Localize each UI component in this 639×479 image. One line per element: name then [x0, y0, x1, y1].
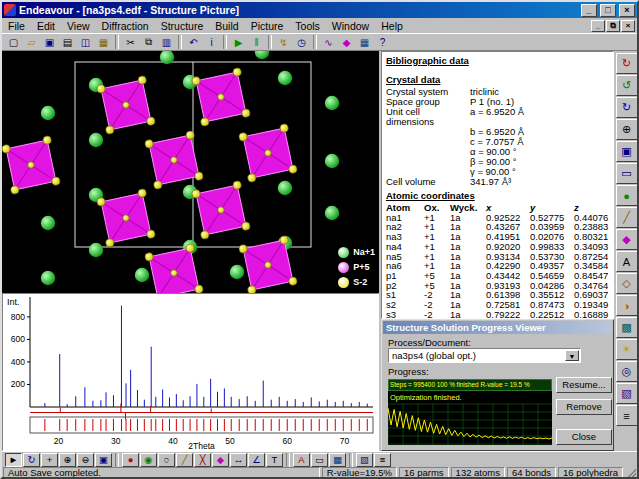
show-polyhedra-button[interactable]: ◆ — [616, 229, 638, 250]
resume-button[interactable]: Resume... — [556, 377, 612, 393]
diffraction-view-button[interactable]: ∿ — [320, 35, 337, 50]
window-title: Endeavour - [na3ps4.edf - Structure Pict… — [19, 4, 578, 16]
data-sheet-icon: ▦ — [360, 37, 369, 48]
menu-view[interactable]: View — [61, 19, 96, 33]
list-tool-button[interactable]: ≡ — [374, 453, 391, 467]
delete-bond-tool-button[interactable]: ╳ — [194, 453, 211, 467]
close-button[interactable]: × — [619, 4, 635, 17]
combo-dropdown-button[interactable]: ▼ — [565, 350, 579, 361]
status-fields: R-value=19.5%16 parms132 atoms64 bonds16… — [322, 467, 623, 479]
close-progress-button[interactable]: Close — [556, 429, 612, 445]
menu-build[interactable]: Build — [209, 19, 244, 33]
snapshot-button[interactable]: ▧ — [616, 383, 638, 404]
copy-picture-icon: ▦ — [99, 37, 108, 48]
zoom-out-tool-button[interactable]: ⊖ — [77, 453, 94, 467]
menu-edit[interactable]: Edit — [31, 19, 61, 33]
view-options-button[interactable]: ≡ — [616, 405, 638, 426]
select-tool-button[interactable]: ► — [5, 453, 22, 467]
menu-structure[interactable]: Structure — [155, 19, 210, 33]
label-tool-button[interactable]: A — [293, 453, 310, 467]
structure-picture-view[interactable]: Na+1P+5S-2 — [2, 51, 379, 293]
legend-item: P+5 — [338, 260, 375, 274]
atom-colors-button[interactable]: ◑ — [616, 295, 638, 316]
menu-file[interactable]: File — [2, 19, 31, 33]
menu-picture[interactable]: Picture — [245, 19, 290, 33]
text-tool-button[interactable]: T — [266, 453, 283, 467]
save-file-button[interactable]: ▣ — [41, 35, 58, 50]
distance-tool-button[interactable]: ↔ — [230, 453, 247, 467]
chevron-down-icon: ▼ — [569, 353, 576, 360]
stereo-view-button[interactable]: ◎ — [616, 361, 638, 382]
pause-solution-button[interactable]: ‖ — [248, 35, 265, 50]
mdi-minimize-button[interactable]: _ — [591, 20, 605, 32]
paste-button[interactable]: ▥ — [158, 35, 175, 50]
snapshot-tool-button[interactable]: ▧ — [356, 453, 373, 467]
delete-atom-tool-button[interactable]: ○ — [158, 453, 175, 467]
open-file-button[interactable]: ▱ — [23, 35, 40, 50]
delete-atom-tool-icon: ○ — [164, 454, 170, 465]
grid-tool-button[interactable]: ▦ — [329, 453, 346, 467]
print-preview-button[interactable]: ◫ — [77, 35, 94, 50]
process-combo[interactable]: na3ps4 (global opt.) ▼ — [388, 348, 581, 363]
cut-button[interactable]: ✂ — [122, 35, 139, 50]
edit-toolbar: ►↻+⊕⊖▣●◉○╱╳◆↔∠TA▭▦▧≡ — [2, 451, 637, 467]
pan-tool-button[interactable]: + — [41, 453, 58, 467]
fit-view-button[interactable]: ▣ — [616, 141, 638, 162]
optimize-icon: ↯ — [279, 37, 287, 48]
angle-tool-button[interactable]: ∠ — [248, 453, 265, 467]
rotate-y-button[interactable]: ↺ — [616, 75, 638, 96]
minimize-button[interactable]: _ — [581, 4, 597, 17]
status-field: 132 atoms — [451, 467, 505, 479]
structure-canvas[interactable] — [2, 51, 379, 293]
print-button[interactable]: ▤ — [59, 35, 76, 50]
new-file-button[interactable]: ▢ — [5, 35, 22, 50]
undo-button[interactable]: ↶ — [185, 35, 202, 50]
show-atoms-button[interactable]: ● — [616, 185, 638, 206]
menu-tools[interactable]: Tools — [289, 19, 326, 33]
show-bonds-icon: ╱ — [623, 211, 630, 224]
show-bonds-button[interactable]: ╱ — [616, 207, 638, 228]
show-cell-button[interactable]: ▭ — [616, 163, 638, 184]
menu-diffraction[interactable]: Diffraction — [96, 19, 155, 33]
rotate-tool-button[interactable]: ↻ — [23, 453, 40, 467]
ps4-polyhedron — [191, 180, 250, 239]
fit-view-tool-button[interactable]: ▣ — [95, 453, 112, 467]
stereo-view-icon: ◎ — [622, 365, 632, 378]
mdi-close-button[interactable]: × — [621, 20, 635, 32]
polyhedra-tool-button[interactable]: ◆ — [212, 453, 229, 467]
ruler-tool-button[interactable]: ▭ — [311, 453, 328, 467]
menu-window[interactable]: Window — [326, 19, 375, 33]
resize-grip[interactable] — [625, 467, 636, 479]
mdi-restore-button[interactable]: ⧉ — [606, 20, 620, 32]
copy-picture-button[interactable]: ▦ — [95, 35, 112, 50]
start-solution-button[interactable]: ▶ — [230, 35, 247, 50]
background-color-button[interactable]: ▩ — [616, 317, 638, 338]
perspective-button[interactable]: ◇ — [616, 273, 638, 294]
data-sheet-button[interactable]: ▦ — [356, 35, 373, 50]
lighting-button[interactable]: ☀ — [616, 339, 638, 360]
view-options-icon: ≡ — [623, 410, 629, 422]
add-bond-tool-button[interactable]: ╱ — [176, 453, 193, 467]
info-button[interactable]: i — [203, 35, 220, 50]
structure-view-button[interactable]: ◆ — [338, 35, 355, 50]
rotate-tool-icon: ↻ — [28, 454, 36, 465]
optimize-button[interactable]: ↯ — [275, 35, 292, 50]
rotate-x-button[interactable]: ↻ — [616, 53, 638, 74]
atom-legend: Na+1P+5S-2 — [338, 245, 375, 289]
add-atom-tool-button[interactable]: ● — [122, 453, 139, 467]
title-bar: Endeavour - [na3ps4.edf - Structure Pict… — [2, 2, 637, 18]
move-atom-tool-button[interactable]: ◉ — [140, 453, 157, 467]
zoom-in-tool-button[interactable]: ⊕ — [59, 453, 76, 467]
help-button[interactable]: ? — [374, 35, 391, 50]
show-labels-button[interactable]: A — [616, 251, 638, 272]
zoom-view-button[interactable]: ⊕ — [616, 119, 638, 140]
show-atoms-icon: ● — [623, 190, 630, 202]
na-atom — [89, 133, 103, 147]
maximize-button[interactable]: □ — [600, 4, 616, 17]
copy-button[interactable]: ⧉ — [140, 35, 157, 50]
remove-button[interactable]: Remove — [556, 399, 612, 415]
timer-button[interactable]: ◷ — [293, 35, 310, 50]
timer-icon: ◷ — [297, 37, 306, 48]
rotate-z-button[interactable]: ↻ — [616, 97, 638, 118]
menu-help[interactable]: Help — [375, 19, 409, 33]
